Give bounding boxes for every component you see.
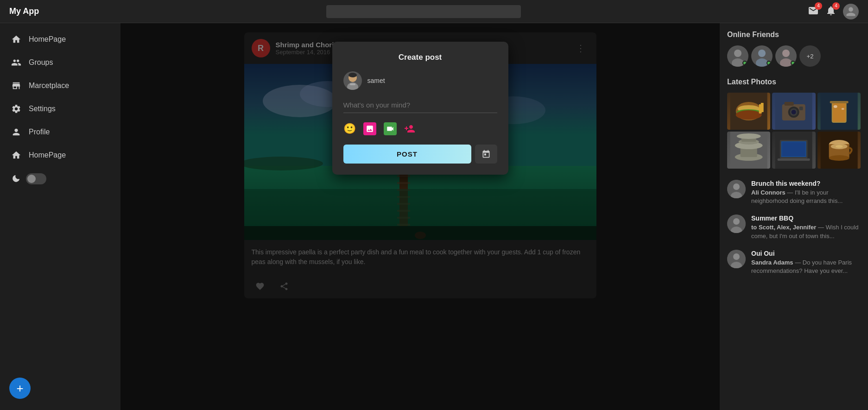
store-icon [11, 81, 21, 91]
calendar-button[interactable] [475, 145, 497, 164]
post-text-input[interactable] [343, 97, 497, 113]
topnav: My App 4 4 [0, 0, 868, 23]
msg-sender-brunch: Ali Connors [751, 189, 786, 196]
add-person-button[interactable] [404, 123, 415, 134]
mail-badge: 4 [815, 2, 822, 10]
user-avatar-icon [845, 6, 856, 17]
create-post-modal: Create post [332, 42, 508, 175]
sandra-avatar-icon [727, 250, 746, 268]
photo-3[interactable] [817, 93, 861, 130]
svg-point-75 [733, 218, 740, 225]
svg-point-45 [792, 110, 796, 114]
friend-avatar-3[interactable] [775, 45, 797, 67]
photos-grid [727, 93, 861, 169]
ali-avatar-icon [727, 180, 746, 198]
mail-icon-wrap[interactable]: 4 [808, 5, 819, 18]
modal-user-avatar [343, 71, 362, 90]
search-input[interactable] [326, 5, 521, 18]
app-title: My App [9, 6, 39, 16]
topnav-icons: 4 4 [808, 4, 859, 19]
svg-point-70 [835, 145, 843, 148]
message-item-brunch[interactable]: Brunch this weekend? Ali Connors — I'll … [727, 180, 861, 205]
modal-username: samet [367, 77, 385, 84]
sidebar-label-homepage-2: HomePage [29, 151, 66, 159]
msg-content-brunch: Brunch this weekend? Ali Connors — I'll … [751, 180, 861, 205]
message-item-bbq[interactable]: Summer BBQ to Scott, Alex, Jennifer — Wi… [727, 214, 861, 240]
hats-photo [727, 132, 770, 169]
svg-rect-46 [799, 107, 803, 110]
svg-point-68 [829, 155, 849, 161]
coffee-photo [817, 132, 861, 169]
latest-photos-title: Latest Photos [727, 78, 861, 86]
message-item-ouioui[interactable]: Oui Oui Sandra Adams — Do you have Paris… [727, 250, 861, 275]
msg-content-bbq: Summer BBQ to Scott, Alex, Jennifer — Wi… [751, 214, 861, 240]
sidebar-label-profile: Profile [29, 128, 50, 136]
sidebar-item-homepage-2[interactable]: HomePage [0, 144, 120, 167]
modal-toolbar: 🙂 [343, 122, 497, 135]
msg-sender-bbq: to Scott, Alex, Jennifer [751, 224, 816, 231]
svg-point-72 [733, 183, 740, 190]
sidebar-item-settings[interactable]: Settings [0, 97, 120, 120]
msg-sender-sandra: Sandra Adams [751, 259, 793, 266]
video-icon [386, 125, 394, 133]
msg-content-ouioui: Oui Oui Sandra Adams — Do you have Paris… [751, 250, 861, 275]
settings-icon [11, 104, 21, 114]
bell-badge: 4 [832, 2, 840, 10]
sidebar-label-marketplace: Marcetplace [29, 82, 69, 90]
photo-2[interactable] [772, 93, 815, 130]
photo-icon [366, 125, 374, 133]
online-dot-1 [742, 61, 747, 65]
emoji-button[interactable]: 🙂 [343, 123, 356, 135]
home-icon [11, 34, 21, 44]
photo-1[interactable] [727, 93, 770, 130]
svg-point-31 [782, 50, 790, 57]
more-friends-badge[interactable]: +2 [799, 45, 821, 67]
sidebar-item-marketplace[interactable]: Marcetplace [0, 74, 120, 97]
svg-point-37 [736, 110, 762, 120]
sidebar: HomePage Groups Marcetplace Settings [0, 23, 120, 410]
post-submit-button[interactable]: POST [343, 145, 471, 164]
online-friends-title: Online Friends [727, 31, 861, 39]
svg-rect-52 [830, 101, 848, 103]
bbq-avatar-icon [727, 214, 746, 233]
main-layout: HomePage Groups Marcetplace Settings [0, 23, 868, 410]
online-friends-list: +2 [727, 45, 861, 67]
friend-avatar-2[interactable] [751, 45, 773, 67]
photo-5[interactable] [772, 132, 815, 169]
sidebar-item-profile[interactable]: Profile [0, 120, 120, 144]
sidebar-item-homepage-1[interactable]: HomePage [0, 28, 120, 51]
modal-post-row: POST [343, 145, 497, 164]
dark-mode-toggle[interactable] [26, 173, 46, 184]
msg-preview-brunch: Ali Connors — I'll be in your neighborho… [751, 189, 861, 205]
svg-point-27 [734, 50, 741, 57]
svg-point-78 [733, 253, 740, 260]
laptop-photo [772, 132, 815, 169]
msg-title-ouioui: Oui Oui [751, 250, 861, 257]
bell-icon-wrap[interactable]: 4 [825, 5, 836, 18]
photo-button[interactable] [363, 122, 376, 135]
msg-preview-ouioui: Sandra Adams — Do you have Paris recomme… [751, 259, 861, 275]
content-area: R Shrimp and Chorizo Paella September 14… [120, 23, 720, 410]
msg-avatar-sandra [727, 250, 746, 268]
photo-4[interactable] [727, 132, 770, 169]
svg-point-59 [737, 133, 761, 139]
photo-6[interactable] [817, 132, 861, 169]
svg-rect-39 [761, 103, 764, 112]
dark-mode-row [0, 167, 120, 191]
modal-avatar-icon [343, 71, 362, 90]
person-icon [11, 127, 21, 137]
modal-title: Create post [343, 53, 497, 62]
modal-overlay[interactable]: Create post [120, 23, 720, 410]
svg-point-29 [758, 50, 766, 57]
user-avatar[interactable] [843, 4, 859, 19]
drink-photo [817, 93, 861, 130]
home2-icon [11, 150, 21, 160]
add-person-icon [404, 123, 415, 134]
camera-photo [772, 93, 815, 130]
friend-avatar-1[interactable] [727, 45, 748, 67]
sidebar-item-groups[interactable]: Groups [0, 51, 120, 74]
msg-title-brunch: Brunch this weekend? [751, 180, 861, 187]
svg-rect-63 [778, 158, 810, 161]
video-button[interactable] [384, 122, 397, 135]
fab-add-button[interactable]: + [9, 378, 31, 399]
